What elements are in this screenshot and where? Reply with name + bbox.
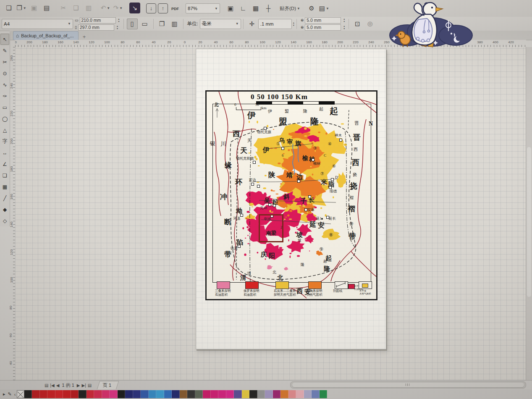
palette-swatch[interactable] <box>234 390 242 398</box>
spinner[interactable]: ▴▾ <box>117 25 118 30</box>
palette-swatch[interactable] <box>273 390 281 398</box>
page-tab[interactable]: 页 1 <box>97 381 119 389</box>
palette-swatch[interactable] <box>110 390 118 398</box>
dockers-button[interactable]: ▤▼ <box>319 3 330 14</box>
add-button[interactable]: ⊕ <box>364 18 375 29</box>
palette-scroll-button[interactable]: ▸ <box>3 391 5 397</box>
options-gear-button[interactable]: ⚙ <box>306 3 317 14</box>
page-nav-button[interactable]: ▤ <box>45 383 48 388</box>
guidelines-button[interactable]: ┼ <box>263 3 274 14</box>
grid-button[interactable]: ▦ <box>250 3 261 14</box>
open-button[interactable]: ❐▼ <box>16 3 27 13</box>
export-button[interactable]: ↑ <box>158 3 168 13</box>
undo-button[interactable]: ↶▼ <box>100 3 111 13</box>
fullscreen-button[interactable]: ▣ <box>225 3 236 14</box>
spinner[interactable]: ▴▾ <box>118 18 120 23</box>
duplicate-y-field[interactable]: 5.0 mm <box>305 24 341 31</box>
palette-swatch[interactable] <box>180 390 188 398</box>
palette-swatch[interactable] <box>265 390 273 398</box>
horizontal-scrollbar[interactable] <box>290 381 526 388</box>
print-button[interactable]: ▤ <box>41 3 52 13</box>
palette-swatch[interactable] <box>172 390 180 398</box>
spinner[interactable]: ▴▾ <box>343 25 345 30</box>
palette-swatch[interactable] <box>195 390 203 398</box>
mesh-fill-tool[interactable]: ▦ <box>0 181 9 192</box>
outline-tool[interactable]: ◇ <box>0 215 9 226</box>
polygon-tool[interactable]: △ <box>0 124 9 136</box>
palette-swatch[interactable] <box>312 390 320 398</box>
connector-tool[interactable]: ∠ <box>0 158 9 170</box>
palette-swatch[interactable] <box>149 390 157 398</box>
document-tab[interactable]: ⌂ Backup_of_Backup_of_... <box>13 31 79 40</box>
palette-swatch[interactable] <box>257 390 265 398</box>
palette-swatch[interactable] <box>86 390 94 398</box>
palette-swatch[interactable] <box>187 390 195 398</box>
spinner[interactable]: ▴▾ <box>343 18 345 23</box>
palette-swatch[interactable] <box>55 390 63 398</box>
page-nav-button[interactable]: ▶ <box>77 383 80 388</box>
palette-swatch[interactable] <box>102 390 110 398</box>
portrait-button[interactable]: ▯ <box>127 18 138 29</box>
palette-swatch[interactable] <box>203 390 211 398</box>
snap-to-dropdown[interactable]: 贴齐(D) ▼ <box>280 3 300 14</box>
new-tab-button[interactable]: + <box>83 34 86 40</box>
palette-swatch[interactable] <box>40 390 48 398</box>
palette-swatch[interactable] <box>63 390 71 398</box>
new-document-button[interactable]: ❏ <box>3 3 14 13</box>
crop-tool[interactable]: ✂ <box>0 56 9 68</box>
spinner[interactable]: ▴▾ <box>293 21 294 26</box>
zoom-tool[interactable]: ⊙ <box>0 68 9 79</box>
rulers-button[interactable]: ∟ <box>238 3 249 14</box>
palette-swatch[interactable] <box>164 390 172 398</box>
import-button[interactable]: ↓ <box>146 3 156 13</box>
ellipse-tool[interactable]: ◯ <box>0 113 9 124</box>
save-button[interactable]: ▣ <box>29 3 39 13</box>
palette-swatch[interactable] <box>71 390 79 398</box>
shape-tool[interactable]: ✎ <box>0 45 9 56</box>
page-nav-button[interactable]: ▶| <box>82 383 86 388</box>
vertical-scrollbar[interactable] <box>526 47 532 380</box>
copy-button[interactable]: ❑ <box>71 3 81 13</box>
palette-swatch[interactable] <box>211 390 219 398</box>
vertical-ruler[interactable]: 260240220200180160140120100806040 <box>10 47 16 380</box>
palette-swatch[interactable] <box>218 390 226 398</box>
page-nav-button[interactable]: |◀ <box>50 383 54 388</box>
redo-button[interactable]: ↷▼ <box>113 3 123 13</box>
current-page-button[interactable]: ▥ <box>169 18 180 29</box>
text-tool[interactable]: 字 <box>0 136 9 147</box>
page-preset-combo[interactable]: A4 ▼ <box>2 19 73 29</box>
palette-swatch[interactable] <box>226 390 234 398</box>
duplicate-x-field[interactable]: 5.0 mm <box>305 17 341 24</box>
interactive-fill-tool[interactable]: ◆ <box>0 204 9 215</box>
palette-swatch[interactable] <box>242 390 250 398</box>
pdf-export-button[interactable]: PDF <box>170 3 181 14</box>
palette-swatch[interactable] <box>32 390 40 398</box>
palette-swatch[interactable] <box>79 390 86 398</box>
palette-swatch[interactable] <box>47 390 55 398</box>
page-width-field[interactable]: 210.0 mm <box>80 17 116 24</box>
cut-button[interactable]: ✂ <box>58 3 69 13</box>
palette-swatch[interactable] <box>320 390 328 398</box>
palette-swatch[interactable] <box>304 390 312 398</box>
ordos-basin-map[interactable]: 0 50 100 150 Km 0 50 km 三叠系探明石油面积侏罗系探明石油… <box>205 90 377 300</box>
rectangle-tool[interactable]: ▭ <box>0 102 9 113</box>
palette-swatch[interactable] <box>280 390 288 398</box>
eyedropper-tool[interactable]: ╱ <box>0 192 9 204</box>
palette-swatch[interactable] <box>249 390 257 398</box>
palette-swatch[interactable] <box>94 390 102 398</box>
palette-swatch[interactable] <box>296 390 304 398</box>
zoom-level-combo[interactable]: 87% ▼ <box>186 3 220 13</box>
palette-swatch[interactable] <box>156 390 164 398</box>
paste-button[interactable]: ▥ <box>83 3 94 13</box>
artistic-media-tool[interactable]: ✑ <box>0 90 9 102</box>
palette-swatch[interactable] <box>125 390 133 398</box>
page-height-field[interactable]: 297.0 mm <box>78 24 114 31</box>
palette-swatch[interactable] <box>288 390 296 398</box>
nudge-distance-field[interactable]: .1 mm <box>258 19 292 29</box>
palette-swatch[interactable] <box>118 390 126 398</box>
dimension-tool[interactable]: ↔ <box>0 147 9 158</box>
launch-button[interactable]: ↘ <box>129 3 140 13</box>
page-nav-button[interactable]: ▤ <box>88 383 92 388</box>
page-nav-button[interactable]: ◀ <box>56 383 60 388</box>
shadow-tool[interactable]: ❏ <box>0 170 9 181</box>
